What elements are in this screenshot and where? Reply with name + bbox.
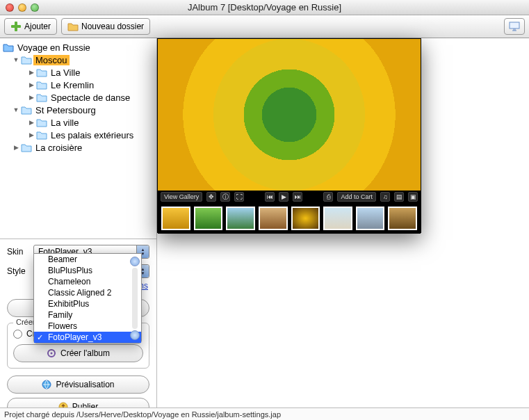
print-icon[interactable]: ⎙ [323, 192, 333, 202]
disclosure-triangle-icon[interactable]: ▶ [28, 119, 35, 126]
svg-point-4 [51, 353, 53, 355]
folder-icon [21, 143, 32, 152]
checkmark-icon: ✓ [37, 333, 43, 342]
tree-item-label: Le Kremlin [49, 80, 96, 90]
status-text: Projet chargé depuis /Users/Herve/Deskto… [4, 410, 281, 419]
svg-rect-2 [510, 22, 519, 29]
tree-root[interactable]: Voyage en Russie [3, 41, 155, 54]
player-controls: View Gallery ✥ ⓘ ⛶ ⏮ ▶ ⏭ ⎙ Add to Cart ♫… [158, 191, 421, 203]
thumbnail[interactable] [323, 207, 352, 230]
dropdown-option[interactable]: ✓FotoPlayer_v3 [34, 332, 141, 343]
preview-button-label: Prévisualisation [56, 380, 114, 389]
thumbnail[interactable] [291, 207, 320, 230]
tree-item[interactable]: ▶ Les palais extérieurs [3, 129, 155, 141]
minimize-window-button[interactable] [18, 3, 26, 12]
disclosure-triangle-icon[interactable]: ▶ [13, 144, 19, 151]
fullscreen-icon[interactable]: ⛶ [234, 192, 244, 202]
new-folder-button-label: Nouveau dossier [81, 22, 144, 31]
dropdown-option[interactable]: Chameleon [34, 276, 141, 287]
add-to-cart-button[interactable]: Add to Cart [337, 192, 376, 202]
slideshow-button[interactable] [504, 18, 525, 35]
add-button-label: Ajouter [24, 22, 51, 31]
tree-item-label: La croisière [33, 143, 84, 153]
disclosure-triangle-icon[interactable]: ▶ [28, 69, 35, 76]
tree-item[interactable]: ▼ St Petersbourg [3, 104, 155, 116]
title-bar: JAlbum 7 [Desktop/Voyage en Russie] [0, 0, 529, 15]
chart-icon[interactable]: ▤ [394, 192, 404, 202]
skin-label: Skin [7, 247, 29, 257]
thumbnail[interactable] [194, 207, 223, 230]
play-icon[interactable]: ▶ [279, 192, 288, 202]
disclosure-triangle-icon[interactable]: ▼ [13, 106, 19, 113]
thumbnail[interactable] [226, 207, 255, 230]
thumbnail[interactable] [356, 207, 385, 230]
folder-new-icon [67, 21, 79, 32]
equalizer-icon[interactable]: ♫ [380, 192, 390, 202]
disclosure-triangle-icon[interactable]: ▶ [28, 81, 35, 88]
preview-main-image [158, 39, 421, 191]
dropdown-option[interactable]: Beamer [34, 254, 141, 265]
tree-item-label: La Ville [49, 67, 82, 78]
status-bar: Projet chargé depuis /Users/Herve/Deskto… [0, 407, 529, 420]
album-icon [3, 42, 14, 52]
plus-icon [10, 21, 22, 32]
zoom-window-button[interactable] [31, 3, 39, 12]
fit-icon[interactable]: ▣ [408, 192, 418, 202]
dropdown-option[interactable]: Flowers [34, 321, 141, 332]
prev-icon[interactable]: ⏮ [265, 192, 275, 202]
tree-item-label: Moscou [33, 55, 70, 65]
tree-item[interactable]: ▶ La Ville [3, 66, 155, 79]
thumbnail[interactable] [388, 207, 417, 230]
folder-tree[interactable]: Voyage en Russie ▼ Moscou ▶ La Ville ▶ L… [0, 38, 156, 239]
window-controls [6, 3, 39, 12]
folder-icon [36, 130, 47, 140]
dropdown-option[interactable]: ExhibitPlus [34, 298, 141, 309]
tree-item[interactable]: ▶ Le Kremlin [3, 79, 155, 91]
svg-rect-1 [15, 22, 17, 31]
dropdown-scrollbar[interactable] [130, 257, 140, 340]
disclosure-triangle-icon[interactable]: ▼ [13, 56, 19, 63]
presentation-icon [509, 21, 520, 32]
next-icon[interactable]: ⏭ [293, 192, 302, 202]
folder-icon [36, 67, 47, 77]
folder-icon [21, 105, 32, 115]
disclosure-triangle-icon[interactable]: ▶ [28, 94, 35, 101]
tree-item-label: St Petersbourg [33, 105, 98, 115]
toolbar: Ajouter Nouveau dossier [0, 15, 529, 38]
view-gallery-button[interactable]: View Gallery [161, 192, 202, 202]
preview-button[interactable]: Prévisualisation [7, 375, 149, 394]
dropdown-option[interactable]: Classic Aligned 2 [34, 287, 141, 298]
dropdown-option[interactable]: BluPlusPlus [34, 265, 141, 276]
build-album-label: Créer l'album [60, 348, 110, 358]
tree-item-label: Spectacle de danse [49, 92, 132, 103]
create-all-radio[interactable] [13, 330, 22, 339]
folder-icon [36, 92, 47, 102]
style-label: Style [7, 266, 29, 276]
tree-item[interactable]: ▶ La croisière [3, 141, 155, 154]
folder-icon [36, 80, 47, 90]
thumbnail-strip[interactable] [158, 203, 421, 234]
gear-icon [47, 348, 56, 358]
move-icon[interactable]: ✥ [206, 192, 216, 202]
sidebar: Voyage en Russie ▼ Moscou ▶ La Ville ▶ L… [0, 38, 157, 420]
tree-item-label: La ville [49, 118, 81, 128]
skin-dropdown[interactable]: Beamer BluPlusPlus Chameleon Classic Ali… [33, 253, 142, 344]
thumbnail[interactable] [161, 207, 190, 230]
folder-icon [36, 118, 47, 127]
build-album-button[interactable]: Créer l'album [13, 344, 143, 362]
globe-icon [42, 380, 51, 389]
disclosure-triangle-icon[interactable]: ▶ [28, 131, 35, 138]
add-button[interactable]: Ajouter [4, 18, 57, 35]
new-folder-button[interactable]: Nouveau dossier [61, 18, 150, 35]
dropdown-option[interactable]: Family [34, 309, 141, 321]
tree-item[interactable]: ▼ Moscou [3, 54, 155, 66]
folder-icon [21, 55, 32, 65]
skin-preview-popup: View Gallery ✥ ⓘ ⛶ ⏮ ▶ ⏭ ⎙ Add to Cart ♫… [157, 38, 421, 233]
tree-item[interactable]: ▶ Spectacle de danse [3, 91, 155, 104]
tree-item-label: Les palais extérieurs [49, 130, 136, 140]
info-icon[interactable]: ⓘ [220, 192, 230, 202]
thumbnail[interactable] [259, 207, 288, 230]
close-window-button[interactable] [6, 3, 14, 12]
tree-item[interactable]: ▶ La ville [3, 116, 155, 129]
tree-root-label: Voyage en Russie [15, 42, 92, 53]
